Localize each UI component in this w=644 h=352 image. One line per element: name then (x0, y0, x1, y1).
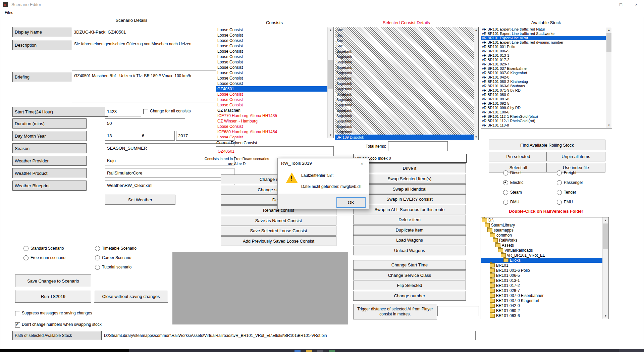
stock-list-item[interactable]: vR BR101 081-8 (481, 97, 612, 101)
stock-list-item[interactable]: vR BR101 080-0 (481, 93, 612, 97)
ok-button[interactable]: OK (336, 197, 366, 208)
folder-item[interactable]: BR101 037-0 Eisenbahner (481, 293, 608, 298)
scenario-type-radio[interactable]: Tutorial scenario (95, 265, 137, 269)
folder-item[interactable]: BR101 (481, 263, 608, 268)
stock-list-item[interactable]: vR BR101 Expert-Line traffic red Natur (481, 27, 612, 32)
dont-change-numbers-checkbox[interactable] (15, 322, 20, 328)
consists-scrollbar[interactable] (327, 27, 333, 138)
month-field[interactable]: 6 (140, 131, 175, 141)
add-saved-loose-consist-button[interactable]: Add Previously Saved Loose Consist (221, 236, 336, 246)
swap-all-scenarios-button[interactable]: Swap in ALL Scenarios for this route (353, 205, 466, 214)
folder-item[interactable]: D:\ (481, 217, 608, 222)
suppress-messages-checkbox[interactable] (15, 311, 20, 316)
stock-filter-radio[interactable]: Steam (503, 190, 557, 195)
stock-list-item[interactable]: vR BR101 060-2 Kirchentag (481, 80, 612, 84)
stock-path-field[interactable]: D:\SteamLibrary\steamapps\common\RailWor… (102, 331, 476, 340)
taskbar-icon[interactable] (306, 350, 312, 352)
stock-filter-radio[interactable]: EMU (557, 200, 610, 204)
folder-item[interactable]: VirtualRailroads (481, 248, 608, 253)
load-wagons-button[interactable]: Load Wagons (353, 235, 466, 245)
consist-details-listbox[interactable]: SncSncSncSncSogetankSogetankSogetankSoge… (335, 27, 479, 140)
change-number-button[interactable]: Change number (353, 291, 466, 301)
stock-filter-radio[interactable]: Diesel (503, 170, 557, 175)
consist-detail-item[interactable]: Sogetank (335, 97, 478, 102)
consist-detail-item[interactable]: Sogetank (335, 49, 478, 54)
trigger-distance-field[interactable] (437, 306, 479, 316)
consist-list-item[interactable]: Loose Consist (216, 92, 333, 97)
consist-detail-item[interactable]: Sogetank (335, 102, 478, 108)
delete-item-button[interactable]: Delete item (353, 215, 466, 224)
consist-detail-item[interactable]: Sogetank (335, 92, 478, 97)
find-rolling-stock-button[interactable]: Find Available Rolling Stock (489, 140, 605, 150)
consist-detail-item[interactable]: Sogetank (335, 129, 478, 135)
stock-list-item[interactable]: vR BR101 112-1 RheinGold (blau) (481, 114, 612, 119)
scroll-up-icon[interactable] (603, 217, 608, 223)
save-as-named-consist-button[interactable]: Save as Named Consist (221, 216, 336, 225)
stock-filter-radio[interactable]: Tender (557, 190, 610, 195)
scroll-thumb[interactable] (606, 33, 611, 52)
stock-list-item[interactable]: vR BR101 Expert-Line traffic red Stadtwe… (481, 32, 612, 36)
taskbar-icon[interactable] (317, 350, 323, 352)
consist-detail-item[interactable]: Sogetank (335, 124, 478, 129)
folder-item[interactable]: BR101 013-1 (481, 278, 608, 283)
consist-detail-item[interactable]: Sogetank (335, 54, 478, 59)
consist-list-item[interactable]: Loose Consist (216, 33, 333, 38)
folder-item[interactable]: BR101 063-6 (481, 313, 608, 318)
trigger-distance-button[interactable]: Trigger distance of selected AI from Pla… (353, 304, 437, 319)
scroll-thumb[interactable] (603, 223, 608, 249)
consist-detail-item[interactable]: Sogetank (335, 86, 478, 92)
flip-selected-button[interactable]: Flip Selected (353, 281, 466, 290)
close-icon[interactable]: × (629, 0, 644, 9)
folder-item[interactable]: BR101 029-7 (481, 288, 608, 293)
weather-product-field[interactable]: RailSimulatorCore (105, 168, 234, 178)
change-start-time-button[interactable]: Change Start Time (353, 260, 466, 270)
consist-detail-item[interactable]: Sogetank (335, 65, 478, 70)
stock-list-item[interactable]: vR BR101 001 Polio (481, 45, 612, 49)
save-changes-button[interactable]: Save Changes to Scenario (15, 274, 91, 287)
folder-scrollbar[interactable] (602, 217, 608, 319)
consist-detail-item[interactable]: Sogetank (335, 108, 478, 113)
change-service-class-button[interactable]: Change Service Class (353, 270, 466, 280)
consist-list-item[interactable]: Loose Consist (216, 97, 333, 102)
maximize-icon[interactable]: □ (613, 0, 629, 9)
details-scrollbar[interactable] (474, 27, 478, 140)
swap-all-identical-button[interactable]: Swap all identical (353, 184, 466, 194)
stock-list-item[interactable]: vR BR101 029-7 (481, 62, 612, 66)
folder-item[interactable]: BR101 017-2 (481, 283, 608, 288)
consist-detail-item[interactable]: Sogetank (335, 59, 478, 65)
consist-list-item[interactable]: Loose Consist (216, 124, 333, 129)
folder-item[interactable]: BR101 060-2 (481, 308, 608, 313)
consist-detail-item[interactable]: Snc (335, 33, 478, 38)
stock-list-item[interactable]: vR BR101 Expert-Line traffic red dynamic… (481, 40, 612, 45)
consist-list-item[interactable]: GZ Winsen - Hamburg (216, 118, 333, 124)
scroll-thumb[interactable] (328, 60, 333, 89)
consist-list-item[interactable]: GZ40501 (216, 86, 333, 92)
swap-every-consist-button[interactable]: Swap in EVERY consist (353, 194, 466, 204)
consist-list-item[interactable]: Loose Consist (216, 54, 333, 59)
run-ts2019-button[interactable]: Run TS2019 (15, 290, 91, 303)
driven-loco-index-field[interactable]: Driven Loco Index 0 (353, 154, 467, 163)
available-stock-listbox[interactable]: vR BR101 Expert-Line traffic red NaturvR… (481, 27, 612, 129)
stock-list-item[interactable]: vR BR101 092-5 (481, 101, 612, 106)
consist-list-item[interactable]: Loose Consist (216, 76, 333, 81)
taskbar-icon[interactable] (329, 350, 335, 352)
set-weather-button[interactable]: Set Weather (105, 195, 175, 205)
stock-list-item[interactable]: vR BR101 118-8 (481, 123, 612, 128)
consist-list-item[interactable]: Loose Consist (216, 102, 333, 108)
stock-filter-radio[interactable]: DMU (503, 200, 557, 204)
minimize-icon[interactable]: – (598, 0, 613, 9)
season-field[interactable]: SEASON_SUMMER (105, 143, 234, 153)
stock-list-item[interactable]: vR BR101 006-5 (481, 49, 612, 53)
day-field[interactable]: 13 (105, 131, 141, 141)
stock-list-item[interactable]: vR BR101 037 Eisenbahner (481, 66, 612, 71)
scroll-up-icon[interactable] (606, 27, 612, 33)
pin-selected-button[interactable]: Pin selected (489, 152, 548, 161)
swap-selected-items-button[interactable]: Swap Selected Item(s) (353, 174, 466, 184)
folder-item[interactable]: BR101 006-5 (481, 273, 608, 278)
scroll-up-icon[interactable] (328, 27, 333, 33)
stock-list-item[interactable]: vR BR101 Expert-Line VRot (481, 36, 612, 40)
consist-detail-item[interactable]: Sogetank (335, 118, 478, 124)
folder-item[interactable]: RailWorks (481, 238, 608, 243)
scroll-down-icon[interactable] (603, 313, 608, 319)
folder-item[interactable]: BR101 001-6 Polio (481, 268, 608, 273)
